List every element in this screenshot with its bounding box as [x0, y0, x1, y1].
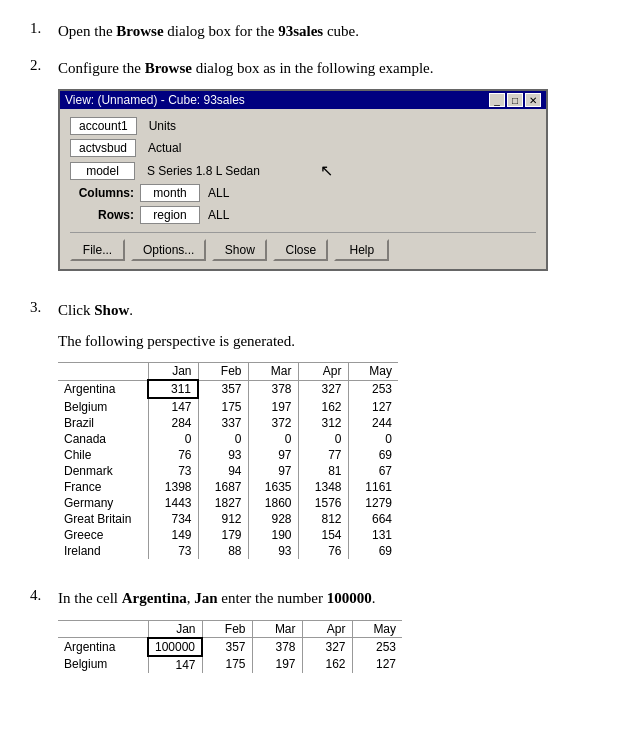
dialog-body: account1 Units actvsbud Actual model S S… [60, 109, 546, 269]
country-cell: Chile [58, 447, 148, 463]
country-cell: Argentina [58, 638, 148, 656]
table2-col-apr: Apr [302, 620, 352, 638]
dialog-title-buttons: _ □ ✕ [489, 93, 541, 107]
apr-cell: 154 [298, 527, 348, 543]
close-dialog-button[interactable]: Close [273, 239, 328, 261]
step-2: 2. Configure the Browse dialog box as in… [30, 57, 597, 286]
step-3-bold: Show [94, 302, 129, 318]
file-button[interactable]: File... [70, 239, 125, 261]
step-1-text: Open the Browse dialog box for the 93sal… [58, 20, 597, 43]
data-table-2: Jan Feb Mar Apr May Argentina 100000 357… [58, 620, 402, 673]
jan-cell[interactable]: 1398 [148, 479, 198, 495]
may-cell: 1279 [348, 495, 398, 511]
country-cell: Ireland [58, 543, 148, 559]
table-row: Belgium 147 175 197 162 127 [58, 398, 398, 415]
table2-col-country [58, 620, 148, 638]
mar-cell: 928 [248, 511, 298, 527]
table-row: Germany 1443 1827 1860 1576 1279 [58, 495, 398, 511]
dialog-account1-row: account1 Units [70, 117, 536, 135]
dialog-rows-row: Rows: region ALL [70, 206, 536, 224]
step-2-bold: Browse [145, 60, 192, 76]
mar-cell: 93 [248, 543, 298, 559]
jan-cell[interactable]: 100000 [148, 638, 202, 656]
apr-cell: 1348 [298, 479, 348, 495]
table1-col-country [58, 363, 148, 381]
jan-cell[interactable]: 149 [148, 527, 198, 543]
apr-cell: 1576 [298, 495, 348, 511]
may-cell: 127 [352, 656, 402, 673]
close-button[interactable]: ✕ [525, 93, 541, 107]
apr-cell: 162 [298, 398, 348, 415]
apr-cell: 327 [298, 380, 348, 398]
table-row: France 1398 1687 1635 1348 1161 [58, 479, 398, 495]
mar-cell: 190 [248, 527, 298, 543]
account1-label[interactable]: account1 [70, 117, 137, 135]
minimize-button[interactable]: _ [489, 93, 505, 107]
rows-region-box[interactable]: region [140, 206, 200, 224]
show-button[interactable]: Show [212, 239, 267, 261]
rows-all: ALL [208, 208, 229, 222]
country-cell: Denmark [58, 463, 148, 479]
apr-cell: 312 [298, 415, 348, 431]
jan-cell[interactable]: 1443 [148, 495, 198, 511]
dialog-columns-row: Columns: month ALL [70, 184, 536, 202]
table2-col-mar: Mar [252, 620, 302, 638]
help-button[interactable]: Help [334, 239, 389, 261]
jan-cell[interactable]: 734 [148, 511, 198, 527]
may-cell: 127 [348, 398, 398, 415]
apr-cell: 327 [302, 638, 352, 656]
mar-cell: 97 [248, 447, 298, 463]
country-cell: Belgium [58, 656, 148, 673]
table-row: Canada 0 0 0 0 0 [58, 431, 398, 447]
may-cell: 67 [348, 463, 398, 479]
country-cell: Germany [58, 495, 148, 511]
feb-cell: 93 [198, 447, 248, 463]
maximize-button[interactable]: □ [507, 93, 523, 107]
apr-cell: 162 [302, 656, 352, 673]
table1-col-may: May [348, 363, 398, 381]
may-cell: 244 [348, 415, 398, 431]
jan-cell[interactable]: 73 [148, 543, 198, 559]
jan-cell[interactable]: 76 [148, 447, 198, 463]
columns-label: Columns: [70, 186, 140, 200]
jan-cell[interactable]: 284 [148, 415, 198, 431]
apr-cell: 0 [298, 431, 348, 447]
feb-cell: 357 [202, 638, 252, 656]
jan-cell[interactable]: 311 [148, 380, 198, 398]
feb-cell: 1827 [198, 495, 248, 511]
step-1-bold2: 93sales [278, 23, 323, 39]
table2-col-feb: Feb [202, 620, 252, 638]
apr-cell: 812 [298, 511, 348, 527]
columns-month-box[interactable]: month [140, 184, 200, 202]
mar-cell: 97 [248, 463, 298, 479]
options-button[interactable]: Options... [131, 239, 206, 261]
dialog-actvsbud-row: actvsbud Actual [70, 139, 536, 157]
model-label[interactable]: model [70, 162, 135, 180]
actvsbud-label[interactable]: actvsbud [70, 139, 136, 157]
table-row: Great Britain 734 912 928 812 664 [58, 511, 398, 527]
table-row: Greece 149 179 190 154 131 [58, 527, 398, 543]
model-value: S Series 1.8 L Sedan [147, 164, 260, 178]
table1-body: Argentina 311 357 378 327 253 Belgium 14… [58, 380, 398, 559]
table2-col-may: May [352, 620, 402, 638]
jan-cell[interactable]: 73 [148, 463, 198, 479]
table1-col-mar: Mar [248, 363, 298, 381]
feb-cell: 912 [198, 511, 248, 527]
dialog-titlebar: View: (Unnamed) - Cube: 93sales _ □ ✕ [60, 91, 546, 109]
step-1-bold1: Browse [116, 23, 163, 39]
dialog-title: View: (Unnamed) - Cube: 93sales [65, 93, 245, 107]
mar-cell: 0 [248, 431, 298, 447]
jan-cell[interactable]: 0 [148, 431, 198, 447]
step-3-number: 3. [30, 299, 58, 573]
dialog-buttons: File... Options... Show Close Help [70, 232, 536, 261]
table2-body: Argentina 100000 357 378 327 253 Belgium… [58, 638, 402, 673]
table1-header-row: Jan Feb Mar Apr May [58, 363, 398, 381]
feb-cell: 175 [198, 398, 248, 415]
step-3-text: Click Show. [58, 299, 597, 322]
jan-cell[interactable]: 147 [148, 398, 198, 415]
rows-label: Rows: [70, 208, 140, 222]
table-row: Argentina 311 357 378 327 253 [58, 380, 398, 398]
jan-cell[interactable]: 147 [148, 656, 202, 673]
mar-cell: 378 [248, 380, 298, 398]
may-cell: 253 [348, 380, 398, 398]
